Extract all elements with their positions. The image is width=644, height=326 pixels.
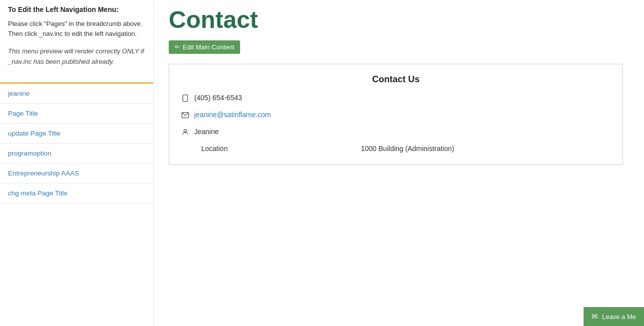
nav-link-programoption[interactable]: programoption xyxy=(0,144,153,163)
nav-item-programoption[interactable]: programoption xyxy=(0,144,153,163)
nav-link-jeanine[interactable]: jeanine xyxy=(0,84,153,103)
pencil-icon: ✏ xyxy=(175,43,180,50)
contact-box: Contact Us (405) 654-6543 jea xyxy=(169,64,623,165)
contact-person: Jeanine xyxy=(194,128,219,136)
svg-rect-0 xyxy=(183,95,187,101)
nav-link-chg-meta[interactable]: chg meta Page Title xyxy=(0,183,153,203)
nav-item-update-page-title[interactable]: update Page Title xyxy=(0,124,153,144)
contact-person-row: Jeanine xyxy=(181,128,611,138)
nav-item-page-title[interactable]: Page Title xyxy=(0,104,153,124)
nav-item-chg-meta[interactable]: chg meta Page Title xyxy=(0,183,153,203)
sidebar-italic-note: This menu preview will render correctly … xyxy=(8,46,145,67)
sidebar-instructions: To Edit the Left Navigation Menu: Please… xyxy=(0,0,153,82)
person-icon xyxy=(181,128,194,138)
leave-message-button[interactable]: ✉ Leave a Me xyxy=(584,307,644,326)
edit-main-content-button[interactable]: ✏ Edit Main Content xyxy=(169,40,240,54)
contact-location-row: Location 1000 Building (Administration) xyxy=(181,145,611,153)
nav-link-entrepreneurship[interactable]: Entrepreneurship AAAS xyxy=(0,163,153,183)
page-heading: Contact xyxy=(169,7,629,33)
phone-icon xyxy=(181,94,194,104)
contact-phone: (405) 654-6543 xyxy=(194,94,242,102)
contact-email-row: jeanine@satinflame.com xyxy=(181,111,611,121)
nav-item-entrepreneurship[interactable]: Entrepreneurship AAAS xyxy=(0,163,153,183)
sidebar: To Edit the Left Navigation Menu: Please… xyxy=(0,0,154,326)
sidebar-heading: To Edit the Left Navigation Menu: xyxy=(8,5,145,15)
svg-point-3 xyxy=(184,129,186,132)
main-content: Contact ✏ Edit Main Content Contact Us (… xyxy=(154,0,644,326)
nav-link-page-title[interactable]: Page Title xyxy=(0,104,153,123)
location-value: 1000 Building (Administration) xyxy=(361,145,454,153)
edit-main-label: Edit Main Content xyxy=(183,43,234,51)
contact-phone-row: (405) 654-6543 xyxy=(181,94,611,104)
contact-box-heading: Contact Us xyxy=(181,74,611,85)
nav-list: jeanine Page Title update Page Title pro… xyxy=(0,84,153,203)
nav-link-update-page-title[interactable]: update Page Title xyxy=(0,124,153,143)
location-label: Location xyxy=(201,145,261,153)
contact-email-link[interactable]: jeanine@satinflame.com xyxy=(194,111,271,119)
leave-message-label: Leave a Me xyxy=(602,313,636,321)
leave-message-mail-icon: ✉ xyxy=(592,312,598,321)
nav-item-jeanine[interactable]: jeanine xyxy=(0,84,153,104)
sidebar-instruction-text: Please click "Pages" in the breadcrumb a… xyxy=(8,19,145,40)
email-icon xyxy=(181,111,194,121)
